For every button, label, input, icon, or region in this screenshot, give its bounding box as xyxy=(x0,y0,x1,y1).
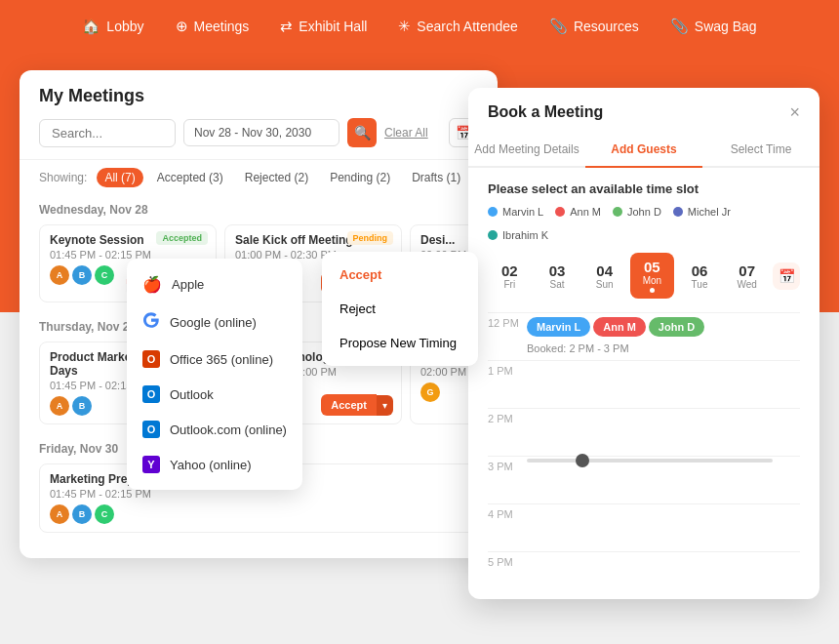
cal-item-outlook-com[interactable]: O Outlook.com (online) xyxy=(127,412,302,447)
time-grid: 12 PM Marvin L Ann M John D Booked: 2 PM… xyxy=(488,312,800,585)
cal-day-07[interactable]: 07 Wed xyxy=(725,257,769,296)
cal-day-06[interactable]: 06 Tue xyxy=(678,257,722,296)
meetings-icon: ⊕ xyxy=(176,18,188,35)
day-num-07: 07 xyxy=(729,262,765,279)
accept-button-cloud[interactable]: Accept xyxy=(321,394,377,416)
cal-item-google-label: Google (online) xyxy=(170,315,257,330)
legend-michel: Michel Jr xyxy=(673,206,731,218)
time-slider[interactable] xyxy=(527,459,773,463)
cal-item-outlook[interactable]: O Outlook xyxy=(127,377,302,412)
meeting-time-desi2: 02:00 PM xyxy=(420,366,467,378)
cal-day-02[interactable]: 02 Fri xyxy=(488,257,532,296)
chip-john: John D xyxy=(649,317,704,337)
modal-close-button[interactable]: × xyxy=(789,103,800,121)
action-reject[interactable]: Reject xyxy=(322,292,478,326)
legend-marvin: Marvin L xyxy=(488,206,543,218)
legend-label-michel: Michel Jr xyxy=(688,206,731,218)
cal-day-04[interactable]: 04 Sun xyxy=(582,257,626,296)
nav-swag-label: Swag Bag xyxy=(695,19,757,34)
avatar: B xyxy=(72,504,92,524)
cal-item-office365[interactable]: O Office 365 (online) xyxy=(127,342,302,377)
day-num-03: 03 xyxy=(539,262,576,279)
nav-resources[interactable]: 📎 Resources xyxy=(549,18,639,35)
time-slot-12pm[interactable]: Marvin L Ann M John D Booked: 2 PM - 3 P… xyxy=(527,313,800,360)
time-row-4pm: 4 PM xyxy=(488,503,800,551)
date-range-select[interactable]: Nov 28 - Nov 30, 2030 xyxy=(183,119,340,146)
nav-exhibit-hall[interactable]: ⇄ Exhibit Hall xyxy=(280,18,367,35)
legend-label-ann: Ann M xyxy=(570,206,601,218)
time-row-12pm: 12 PM Marvin L Ann M John D Booked: 2 PM… xyxy=(488,312,800,360)
cal-item-apple[interactable]: 🍎 Apple xyxy=(127,266,302,302)
filter-all[interactable]: All (7) xyxy=(97,168,142,187)
tab-meeting-details[interactable]: Add Meeting Details xyxy=(468,133,585,168)
legend-row: Marvin L Ann M John D Michel Jr Ibrahim … xyxy=(488,206,800,241)
legend-label-marvin: Marvin L xyxy=(502,206,543,218)
day-label-04: Sun xyxy=(586,279,622,290)
time-slot-5pm[interactable] xyxy=(527,552,800,585)
cal-item-yahoo[interactable]: Y Yahoo (online) xyxy=(127,447,302,482)
time-label-5pm: 5 PM xyxy=(488,552,527,568)
top-navigation: 🏠 Lobby ⊕ Meetings ⇄ Exhibit Hall ✳ Sear… xyxy=(82,18,756,35)
cal-item-outlook-label: Outlook xyxy=(170,387,214,402)
nav-lobby[interactable]: 🏠 Lobby xyxy=(82,18,143,35)
filter-drafts[interactable]: Drafts (1) xyxy=(404,168,468,187)
nav-swag-bag[interactable]: 📎 Swag Bag xyxy=(670,18,757,35)
time-slider-thumb[interactable] xyxy=(576,454,589,467)
time-slot-4pm[interactable] xyxy=(527,504,800,551)
time-row-5pm: 5 PM xyxy=(488,551,800,585)
avatar: A xyxy=(50,396,69,416)
legend-dot-ibrahim xyxy=(488,230,498,240)
filter-accepted[interactable]: Accepted (3) xyxy=(149,168,231,187)
time-slot-2pm[interactable] xyxy=(527,409,800,456)
tab-select-time[interactable]: Select Time xyxy=(702,133,819,168)
action-accept[interactable]: Accept xyxy=(322,258,478,292)
action-propose[interactable]: Propose New Timing xyxy=(322,326,478,360)
time-row-2pm: 2 PM xyxy=(488,408,800,456)
day-label-03: Sat xyxy=(539,279,576,290)
home-icon: 🏠 xyxy=(82,18,100,35)
legend-label-john: John D xyxy=(627,206,661,218)
time-slot-1pm[interactable] xyxy=(527,361,800,408)
nav-meetings[interactable]: ⊕ Meetings xyxy=(176,18,250,35)
cal-day-03[interactable]: 03 Sat xyxy=(536,257,579,296)
outlook-icon: O xyxy=(142,385,160,403)
calendar-nav-button[interactable]: 📅 xyxy=(773,262,800,290)
badge-pending-sale: Pending xyxy=(347,231,394,245)
cal-item-google[interactable]: Google (online) xyxy=(127,302,302,342)
chip-marvin: Marvin L xyxy=(527,317,590,337)
search-input[interactable] xyxy=(39,119,176,147)
avatars-marketing: A B C xyxy=(50,504,467,524)
yahoo-icon: Y xyxy=(142,456,160,473)
search-row: Nov 28 - Nov 30, 2030 🔍 Clear All 📅 xyxy=(39,118,478,147)
accept-chevron-cloud[interactable]: ▾ xyxy=(377,395,393,416)
swag-icon: 📎 xyxy=(670,18,689,35)
nav-search-attendee[interactable]: ✳ Search Attendee xyxy=(398,18,518,35)
action-dropdown: Accept Reject Propose New Timing xyxy=(322,252,478,366)
modal-subtitle: Please select an available time slot xyxy=(488,181,800,196)
time-row-1pm: 1 PM xyxy=(488,360,800,408)
legend-john: John D xyxy=(613,206,661,218)
tab-add-guests[interactable]: Add Guests xyxy=(585,133,702,168)
outlook-com-icon: O xyxy=(142,421,160,438)
time-slot-3pm[interactable] xyxy=(527,457,800,503)
cal-day-05[interactable]: 05 Mon xyxy=(630,253,674,299)
legend-ann: Ann M xyxy=(555,206,601,218)
book-meeting-modal: Book a Meeting × Add Meeting Details Add… xyxy=(468,88,819,599)
nav-resources-label: Resources xyxy=(574,19,639,34)
nav-lobby-label: Lobby xyxy=(106,19,143,34)
card-header: My Meetings Nov 28 - Nov 30, 2030 🔍 Clea… xyxy=(20,70,498,159)
avatars-desi2: G xyxy=(420,382,467,402)
meeting-name-desi1: Desi... xyxy=(420,233,467,247)
cal-item-outlook-com-label: Outlook.com (online) xyxy=(170,423,287,437)
avatar: G xyxy=(420,382,440,402)
google-icon xyxy=(142,311,160,333)
filter-pending[interactable]: Pending (2) xyxy=(322,168,398,187)
filter-rejected[interactable]: Rejected (2) xyxy=(237,168,316,187)
search-button[interactable]: 🔍 xyxy=(347,118,377,147)
time-row-3pm: 3 PM xyxy=(488,456,800,503)
modal-title: Book a Meeting xyxy=(488,103,603,121)
cal-item-office365-label: Office 365 (online) xyxy=(170,352,273,367)
time-label-3pm: 3 PM xyxy=(488,457,527,472)
legend-dot-michel xyxy=(673,207,683,217)
clear-all-button[interactable]: Clear All xyxy=(384,126,428,140)
